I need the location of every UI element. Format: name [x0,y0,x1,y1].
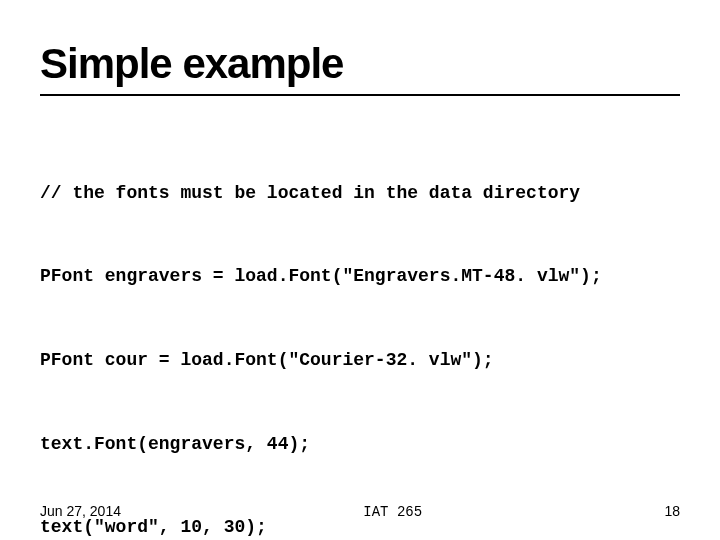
slide-footer: Jun 27, 2014 IAT 265 18 [40,503,680,520]
footer-course: IAT 265 [363,504,422,520]
code-block: // the fonts must be located in the data… [40,124,680,540]
code-line: PFont cour = load.Font("Courier-32. vlw"… [40,347,680,375]
code-line: PFont engravers = load.Font("Engravers.M… [40,263,680,291]
slide: Simple example // the fonts must be loca… [0,0,720,540]
code-line: // the fonts must be located in the data… [40,180,680,208]
slide-title: Simple example [40,40,680,88]
title-underline [40,94,680,96]
footer-page-number: 18 [664,503,680,519]
footer-date: Jun 27, 2014 [40,503,121,519]
code-line: text.Font(engravers, 44); [40,431,680,459]
